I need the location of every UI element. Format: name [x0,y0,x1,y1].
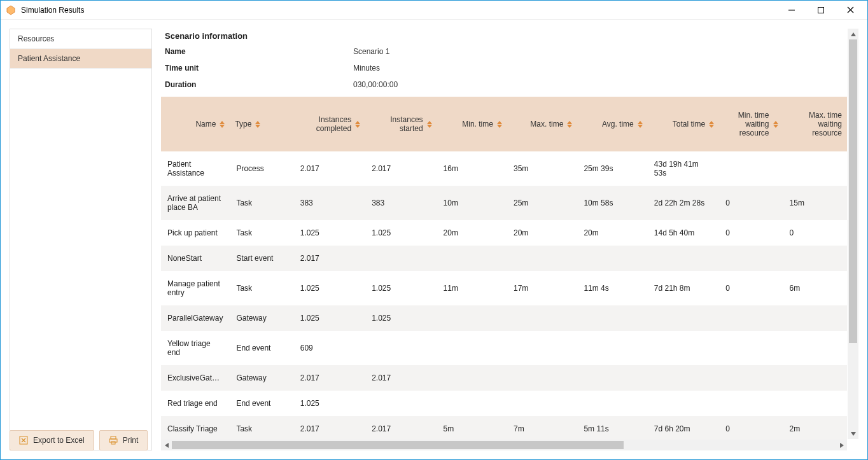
minimize-button[interactable] [777,1,806,20]
table-cell: Manage patient entry [161,271,230,305]
column-header-label: Avg. time [602,120,634,129]
column-header[interactable]: Total time [648,97,719,151]
column-header[interactable]: Instances started [365,97,437,151]
scroll-left-arrow-icon[interactable] [161,440,172,450]
column-header-label: Instances completed [299,115,351,133]
svg-marker-7 [165,443,169,448]
table-row[interactable]: Arrive at patient place BATask38338310m2… [161,186,847,220]
table-cell: 2m [783,416,847,442]
table-cell [783,305,847,331]
table-cell: Task [230,416,293,442]
column-header[interactable]: Avg. time [577,97,647,151]
table-cell [507,365,577,391]
table-cell: 7m [507,416,577,442]
table-cell: 6m [783,271,847,305]
table-cell: 383 [294,186,365,220]
sort-icon [567,121,572,128]
table-cell [437,391,507,416]
table-cell: Process [230,151,293,186]
table-cell [719,305,783,331]
maximize-button[interactable] [806,1,836,20]
column-header[interactable]: Min. time waiting resource [719,97,783,151]
table-row[interactable]: Pick up patientTask1.0251.02520m20m20m14… [161,220,847,246]
table-row[interactable]: Red triage endEnd event1.025 [161,391,847,416]
scroll-right-arrow-icon[interactable] [836,440,847,450]
table-cell: Task [230,220,293,246]
horizontal-scroll-thumb[interactable] [172,441,624,449]
table-cell: Classify Triage [161,416,230,442]
table-cell: 2.017 [294,246,365,271]
table-cell: 0 [783,220,847,246]
sidebar-item-label: Resources [18,34,54,43]
table-cell: 14d 5h 40m [648,220,719,246]
table-cell [507,305,577,331]
table-cell [437,365,507,391]
horizontal-scrollbar[interactable] [161,440,847,450]
table-cell: ExclusiveGateway [161,365,230,391]
table-cell [437,331,507,365]
table-cell [719,331,783,365]
column-header[interactable]: Instances completed [294,97,365,151]
table-cell: 2.017 [365,365,437,391]
export-to-excel-button[interactable]: Export to Excel [10,430,94,450]
app-icon [6,5,16,15]
table-cell: 0 [719,186,783,220]
sidebar-item-resources[interactable]: Resources [10,29,151,49]
vertical-scroll-thumb[interactable] [849,39,857,343]
table-row[interactable]: ExclusiveGatewayGateway2.0172.017 [161,365,847,391]
column-header[interactable]: Min. time [437,97,507,151]
sort-icon [355,121,360,128]
table-cell: 1.025 [294,305,365,331]
table-cell: 16m [437,151,507,186]
printer-icon [109,436,118,445]
table-cell [783,151,847,186]
table-cell: 1.025 [365,271,437,305]
table-cell [648,305,719,331]
scenario-info-value: Minutes [353,64,380,73]
column-header[interactable]: Type [230,97,293,151]
sidebar-item-label: Patient Assistance [18,54,80,63]
table-cell [437,246,507,271]
table-cell: Patient Assistance [161,151,230,186]
footer-actions: Export to Excel Print [10,430,148,450]
close-button[interactable] [836,1,865,20]
export-label: Export to Excel [33,436,85,445]
vertical-scrollbar[interactable] [848,29,858,439]
print-button[interactable]: Print [99,430,148,450]
table-row[interactable]: ParallelGatewayGateway1.0251.025 [161,305,847,331]
table-cell [648,331,719,365]
table-cell [507,391,577,416]
column-header-label: Total time [673,120,705,129]
sort-icon [497,121,502,128]
sort-icon [427,121,432,128]
table-cell [783,391,847,416]
scenario-info-row: Duration030,00:00:00 [165,80,847,89]
table-cell: 1.025 [365,220,437,246]
column-header[interactable]: Name [161,97,230,151]
table-row[interactable]: Patient AssistanceProcess2.0172.01716m35… [161,151,847,186]
table-cell [577,391,647,416]
table-row[interactable]: Manage patient entryTask1.0251.02511m17m… [161,271,847,305]
scenario-section-title: Scenario information [165,31,847,41]
table-cell [648,365,719,391]
sort-icon [255,121,260,128]
scroll-up-arrow-icon[interactable] [848,29,858,39]
sidebar-item-patient-assistance[interactable]: Patient Assistance [10,49,151,69]
excel-icon [19,436,28,445]
scroll-down-arrow-icon[interactable] [848,428,858,439]
window-title: Simulation Results [21,6,84,15]
table-cell [577,305,647,331]
table-row[interactable]: Classify TriageTask2.0172.0175m7m5m 11s7… [161,416,847,442]
table-row[interactable]: Yellow triage endEnd event609 [161,331,847,365]
table-cell [437,305,507,331]
sort-icon [220,121,225,128]
svg-rect-2 [818,7,824,13]
table-cell: Task [230,271,293,305]
column-header[interactable]: Max. time [507,97,577,151]
table-cell [648,391,719,416]
table-cell: 2.017 [365,151,437,186]
table-row[interactable]: NoneStartStart event2.017 [161,246,847,271]
table-cell: 0 [719,416,783,442]
table-cell: 2.017 [294,416,365,442]
table-cell: 0 [719,220,783,246]
